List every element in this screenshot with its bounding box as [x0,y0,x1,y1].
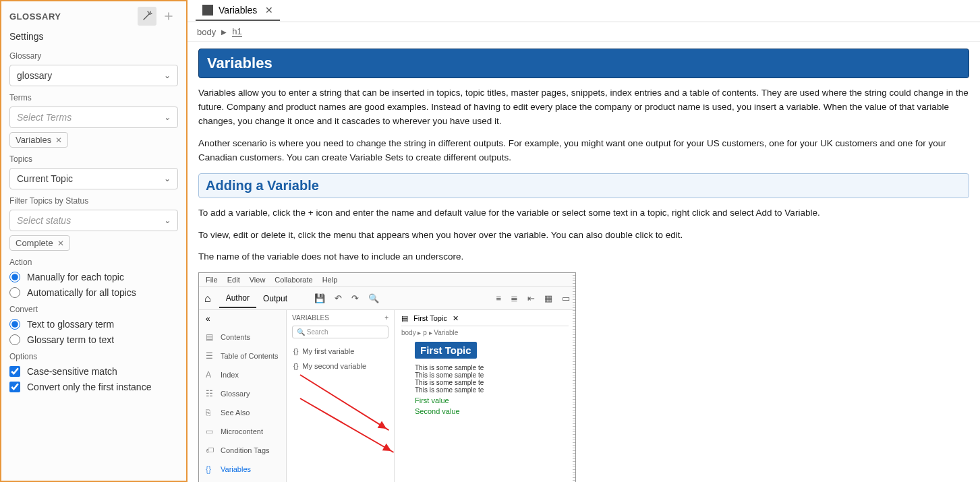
radio-input[interactable] [9,287,20,298]
paragraph[interactable]: The name of the variable does not have t… [198,250,969,264]
doc-variable-value: Second value [415,407,569,415]
mock-doc-heading: First Topic [415,342,477,359]
case-sensitive-checkbox[interactable]: Case-sensitive match [9,366,178,377]
doc-line: This is some sample te [415,386,569,394]
undo-icon: ↶ [335,293,342,303]
mock-vars-panel: VARIABLES + 🔍 Search {}My first variable… [287,310,395,482]
radio-label: Text to glossary term [27,319,114,330]
glossary-value: glossary [17,70,52,81]
options-label: Options [9,352,178,361]
glossary-select[interactable]: glossary ⌄ [9,65,178,86]
add-icon: + [384,314,388,322]
document-tabbar: Variables ✕ [188,0,980,22]
filter-placeholder: Select status [17,215,71,226]
chevron-down-icon: ⌄ [164,174,171,183]
micro-icon: ▭ [206,427,215,436]
topics-value: Current Topic [17,173,73,184]
radio-input[interactable] [9,272,20,282]
radio-input[interactable] [9,319,20,330]
collapse-icon: « [199,310,286,328]
nav-label: Table of Contents [221,352,279,360]
list-icon: ≡ [496,293,501,303]
nav-label: See Also [221,409,250,417]
close-icon[interactable]: ✕ [265,5,273,16]
document-content: Variables Variables allow you to enter a… [188,42,980,482]
add-icon[interactable] [159,7,178,26]
first-instance-checkbox[interactable]: Convert only the first instance [9,382,178,392]
glossary-label: Glossary [9,51,178,61]
magic-wand-icon[interactable] [138,7,156,26]
mock-tab-output: Output [256,290,294,307]
filter-tag-complete: Complete ✕ [9,235,70,251]
heading-adding-variable[interactable]: Adding a Variable [198,173,969,198]
mock-toolbar: ⌂ Author Output 💾 ↶ ↷ 🔍 ≡ ≣ ⇤ ▦ ▭ [199,287,575,310]
filter-select[interactable]: Select status ⌄ [9,210,178,231]
doc-variable-value: First value [415,396,569,404]
paragraph[interactable]: To add a variable, click the + icon and … [198,206,969,220]
radio-label: Automatically for all topics [27,287,136,298]
tag-remove-icon[interactable]: ✕ [55,135,62,145]
paragraph[interactable]: Variables allow you to enter a string th… [198,86,969,129]
mock-nav: « ▤Contents ☰Table of Contents AIndex ☷G… [199,310,287,482]
action-label: Action [9,258,178,267]
tab-variables[interactable]: Variables ✕ [196,1,280,21]
var-name: My first variable [302,347,354,355]
heading-variables[interactable]: Variables [198,49,969,78]
glossary-panel: GLOSSARY Settings Glossary glossary ⌄ Te… [0,0,188,482]
paragraph[interactable]: Another scenario is where you need to ch… [198,137,969,165]
nav-label: Glossary [221,390,250,398]
chevron-down-icon: ⌄ [164,113,171,122]
settings-link[interactable]: Settings [9,31,178,42]
terms-select[interactable]: Select Terms ⌄ [9,107,178,128]
doc-line: This is some sample te [415,364,569,371]
convert-label: Convert [9,305,178,314]
checkbox-label: Convert only the first instance [27,382,151,392]
search-placeholder: Search [307,328,328,336]
convert-g2t-radio[interactable]: Glossary term to text [9,334,178,345]
action-manual-radio[interactable]: Manually for each topic [9,272,178,282]
convert-t2g-radio[interactable]: Text to glossary term [9,319,178,330]
menu-item: Edit [227,276,240,284]
outdent-icon: ⇤ [527,293,535,303]
glossary-icon: ☷ [206,389,215,398]
braces-icon: {} [293,362,298,370]
find-icon: 🔍 [368,293,379,303]
torn-edge-icon [573,273,576,482]
nav-label: Index [221,371,239,379]
table-icon: ▦ [544,293,552,303]
redo-icon: ↷ [351,293,359,303]
nav-label: Microcontent [221,427,263,435]
menu-item: File [206,276,218,284]
mock-menubar: File Edit View Collaborate Help [199,273,575,287]
home-icon: ⌂ [204,293,211,305]
action-auto-radio[interactable]: Automatically for all topics [9,287,178,298]
topics-select[interactable]: Current Topic ⌄ [9,168,178,189]
tag-remove-icon[interactable]: ✕ [57,239,64,248]
editor-area: Variables ✕ body ▶ h1 Variables Variable… [188,0,980,482]
seealso-icon: ⎘ [206,408,215,417]
checkbox-input[interactable] [9,366,20,377]
mock-tab-author: Author [219,289,256,308]
numlist-icon: ≣ [511,293,518,303]
paragraph[interactable]: To view, edit or delete it, click the me… [198,229,969,243]
terms-label: Terms [9,93,178,102]
checkbox-label: Case-sensitive match [27,366,117,377]
radio-input[interactable] [9,334,20,345]
doc-line: This is some sample te [415,379,569,386]
menu-item: Collaborate [275,276,312,284]
close-icon: ✕ [453,314,459,323]
doc-breadcrumb: body ▸ p ▸ Variable [401,329,569,336]
contents-icon: ▤ [206,332,215,342]
image-icon: ▭ [562,293,570,303]
chevron-down-icon: ⌄ [164,216,171,225]
breadcrumb-h1[interactable]: h1 [232,26,241,37]
doc-line: This is some sample te [415,371,569,379]
breadcrumb-body[interactable]: body [197,27,216,37]
mock-document: ▤ First Topic ✕ body ▸ p ▸ Variable Firs… [395,310,575,482]
menu-item: Help [322,276,338,284]
variables-icon: {} [206,464,215,474]
checkbox-input[interactable] [9,382,20,392]
nav-label: Variables [221,465,251,473]
document-icon [202,5,213,16]
radio-label: Glossary term to text [27,334,114,345]
